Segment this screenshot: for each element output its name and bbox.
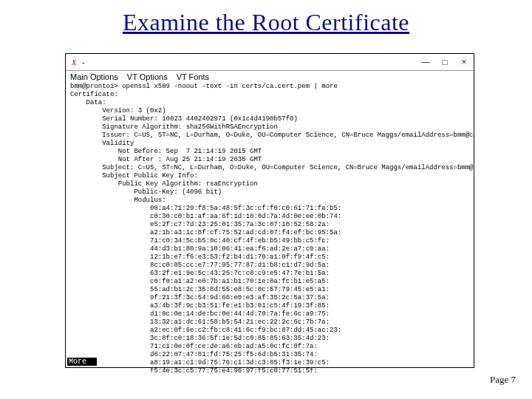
terminal-output: bmm@pronto1> openssl x509 -noout -text -… bbox=[66, 83, 474, 375]
terminal-window: X - — □ × Main Options VT Options VT Fon… bbox=[65, 53, 474, 368]
slide-title: Examine the Root Certificate bbox=[0, 9, 532, 36]
title-bar: X - — □ × bbox=[66, 54, 474, 71]
maximize-button[interactable]: □ bbox=[435, 55, 454, 69]
menu-vt-options[interactable]: VT Options bbox=[127, 72, 168, 81]
pager-more[interactable]: More bbox=[67, 358, 97, 366]
minimize-button[interactable]: — bbox=[416, 55, 435, 69]
window-title: - bbox=[82, 58, 85, 66]
menu-bar: Main Options VT Options VT Fonts bbox=[66, 71, 474, 83]
page-number: Page 7 bbox=[490, 374, 516, 386]
window-controls: — □ × bbox=[416, 55, 474, 69]
menu-main-options[interactable]: Main Options bbox=[70, 72, 118, 81]
close-button[interactable]: × bbox=[454, 55, 474, 69]
menu-vt-fonts[interactable]: VT Fonts bbox=[177, 72, 209, 81]
xterm-icon: X bbox=[66, 54, 82, 70]
